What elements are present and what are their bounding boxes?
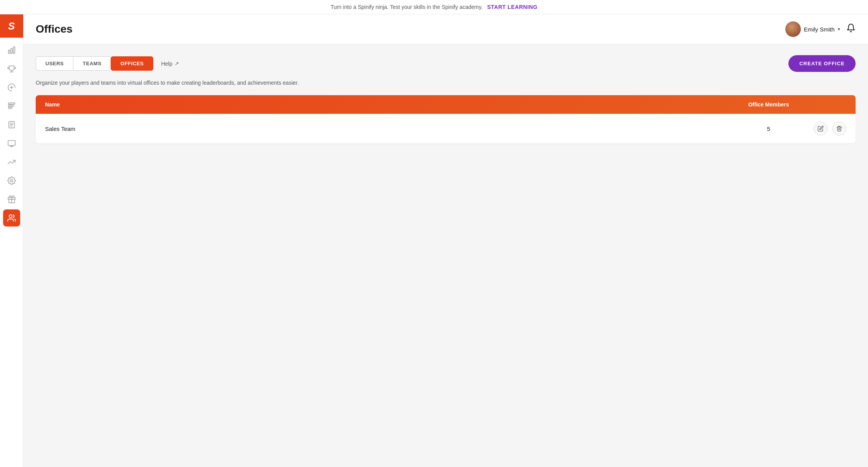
svg-point-16 [9,215,12,218]
header: Offices Emily Smith ▾ [23,14,868,44]
page-title: Offices [36,23,73,35]
logo-text: S [8,20,15,32]
delete-office-button[interactable] [832,122,846,136]
sidebar: S [0,14,23,467]
user-profile[interactable]: Emily Smith ▾ [785,21,840,37]
edit-office-button[interactable] [814,122,828,136]
svg-rect-2 [13,47,15,54]
bell-icon[interactable] [846,23,856,35]
top-banner: Turn into a Spinify ninja. Test your ski… [0,0,868,14]
svg-point-13 [10,179,13,182]
tab-offices[interactable]: OFFICES [111,56,153,71]
main-content: Offices Emily Smith ▾ [23,14,868,467]
help-link[interactable]: Help ↗ [153,57,187,71]
start-learning-link[interactable]: START LEARNING [487,4,538,10]
sidebar-nav [0,38,23,230]
chevron-down-icon: ▾ [838,26,840,32]
sidebar-item-announcements[interactable] [3,79,20,96]
table-header: Name Office Members [36,95,856,114]
column-header-members: Office Members [730,101,807,108]
svg-rect-1 [11,48,12,53]
svg-rect-4 [8,105,13,106]
svg-rect-10 [8,141,15,146]
tab-teams[interactable]: TEAMS [73,56,111,71]
content-area: USERS TEAMS OFFICES Help ↗ CREATE OFFICE… [23,44,868,467]
svg-rect-3 [8,103,15,105]
avatar [785,21,801,37]
sidebar-item-chart[interactable] [3,153,20,171]
create-office-button[interactable]: CREATE OFFICE [788,55,856,72]
svg-rect-0 [8,50,10,53]
external-link-icon: ↗ [175,61,179,66]
sidebar-item-monitor[interactable] [3,135,20,152]
offices-table: Name Office Members Sales Team 5 [36,95,856,143]
header-right: Emily Smith ▾ [785,21,856,37]
user-name: Emily Smith [804,26,835,33]
tabs-row: USERS TEAMS OFFICES Help ↗ CREATE OFFICE [36,55,856,72]
sidebar-item-notes[interactable] [3,116,20,133]
tabs-left: USERS TEAMS OFFICES Help ↗ [36,56,187,71]
office-name: Sales Team [45,125,730,132]
office-members-count: 5 [730,125,807,132]
sidebar-item-leaderboard[interactable] [3,98,20,115]
sidebar-item-gift[interactable] [3,191,20,208]
office-actions [807,122,846,136]
tab-users[interactable]: USERS [36,56,73,71]
sidebar-logo[interactable]: S [0,14,23,38]
banner-text: Turn into a Spinify ninja. Test your ski… [330,4,483,10]
sidebar-item-users[interactable] [3,209,20,227]
svg-rect-5 [8,107,12,109]
sidebar-item-analytics[interactable] [3,42,20,59]
column-header-name: Name [45,101,730,108]
page-description: Organize your players and teams into vir… [36,80,856,86]
sidebar-item-trophy[interactable] [3,60,20,77]
help-label: Help [161,61,172,67]
sidebar-item-settings[interactable] [3,172,20,189]
table-row: Sales Team 5 [36,114,856,143]
